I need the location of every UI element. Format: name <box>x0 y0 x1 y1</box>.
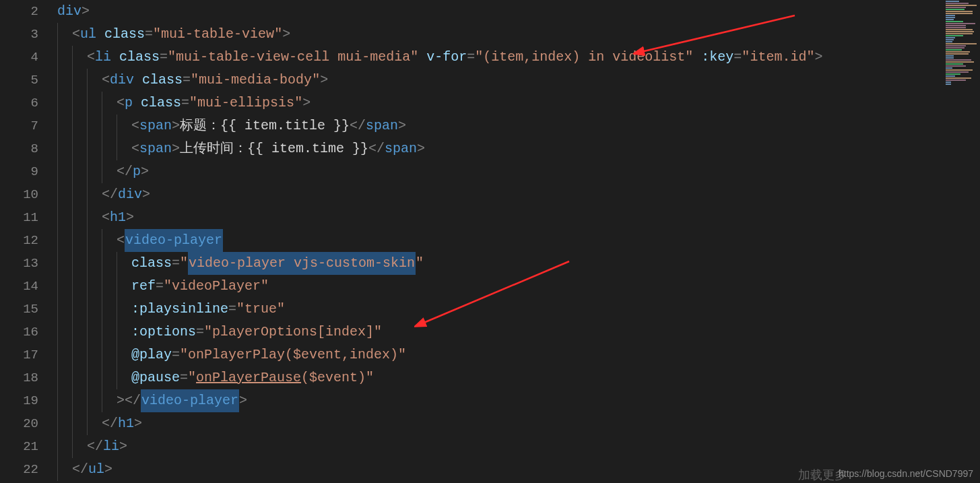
code-line[interactable]: :options="playerOptions[index]" <box>57 321 944 344</box>
val: mui-media-body <box>199 72 312 88</box>
val: true <box>244 301 277 317</box>
val-pause-fn: onPlayerPause <box>196 370 301 385</box>
line-number: 6 <box>0 92 38 115</box>
val-ref: videoPlayer <box>172 278 261 294</box>
code-line[interactable]: @play="onPlayerPlay($event,index)" <box>57 344 944 366</box>
line-number: 18 <box>0 366 38 389</box>
attr: class <box>141 95 181 110</box>
attr-ref: ref <box>131 278 156 294</box>
line-number: 14 <box>0 275 38 298</box>
minimap[interactable] <box>944 0 980 483</box>
code-line[interactable]: ></video-player> <box>57 389 944 412</box>
close-li: li <box>103 439 119 454</box>
tag-li: li <box>95 49 111 65</box>
line-number: 5 <box>0 69 38 92</box>
attr-class: class <box>104 26 145 42</box>
attr: class <box>131 255 172 271</box>
line-number: 4 <box>0 46 38 69</box>
tag-h1: h1 <box>110 210 126 225</box>
line-number: 15 <box>0 298 38 321</box>
code-line[interactable]: </li> <box>57 435 944 458</box>
close-h1: h1 <box>118 416 134 431</box>
attr-vfor: v-for <box>426 49 467 65</box>
code-line[interactable]: class="video-player vjs-custom-skin" <box>57 252 944 275</box>
val-key: item.id <box>750 49 806 65</box>
text-content: 上传时间：{{ item.time }} <box>180 141 368 156</box>
tag-video-player: video-player <box>125 232 222 248</box>
line-number-gutter: 2 3 4 5 6 7 8 9 10 11 12 13 14 15 16 17 … <box>0 0 57 483</box>
line-number: 20 <box>0 412 38 435</box>
code-line[interactable]: <ul class="mui-table-view"> <box>57 23 944 46</box>
val-vfor: (item,index) in videolist <box>483 49 685 65</box>
code-line[interactable]: @pause="onPlayerPause($event)" <box>57 366 944 389</box>
line-number: 2 <box>0 0 38 23</box>
attr: @play <box>131 347 172 362</box>
line-number: 22 <box>0 458 38 481</box>
line-number: 13 <box>0 252 38 275</box>
val: video-player vjs-custom-skin <box>189 255 415 271</box>
code-line[interactable]: ref="videoPlayer" <box>57 275 944 298</box>
highlight: video-player vjs-custom-skin <box>188 252 416 275</box>
attr: @pause <box>131 370 180 385</box>
code-line[interactable]: <div class="mui-media-body"> <box>57 69 944 92</box>
line-number: 3 <box>0 23 38 46</box>
line-number: 10 <box>0 183 38 206</box>
text-content: 标题：{{ item.title }} <box>180 118 350 133</box>
tag-ul: ul <box>80 26 96 42</box>
line-number: 21 <box>0 435 38 458</box>
code-area[interactable]: div> <ul class="mui-table-view"> <li cla… <box>57 0 944 483</box>
punct: > <box>81 3 90 19</box>
val-class: mui-table-view <box>161 26 274 42</box>
attr: :playsinline <box>131 301 228 317</box>
close-ul: ul <box>88 461 104 477</box>
watermark-text: https://blog.csdn.net/CSND7997 <box>839 468 973 479</box>
code-line[interactable]: <h1> <box>57 206 944 229</box>
line-number: 17 <box>0 344 38 366</box>
tag-div: div <box>110 72 134 88</box>
line-number: 8 <box>0 137 38 160</box>
close-p: p <box>133 164 141 179</box>
partial-next-line: 加载更多 <box>115 468 907 483</box>
close-video-player: video-player <box>141 393 238 408</box>
line-number: 11 <box>0 206 38 229</box>
highlight: video-player <box>141 389 239 412</box>
code-line[interactable]: <video-player <box>57 229 944 252</box>
tag-span: span <box>139 118 172 133</box>
code-line[interactable]: <span>标题：{{ item.title }}</span> <box>57 115 944 137</box>
attr: class <box>119 49 160 65</box>
code-line[interactable]: :playsinline="true" <box>57 298 944 321</box>
close-div: div <box>118 187 142 202</box>
attr: class <box>142 72 183 88</box>
code-editor[interactable]: 2 3 4 5 6 7 8 9 10 11 12 13 14 15 16 17 … <box>0 0 944 483</box>
tag-span: span <box>139 141 172 156</box>
code-line[interactable]: <p class="mui-ellipsis"> <box>57 92 944 115</box>
val-pause-args: ($event) <box>301 370 366 385</box>
code-line[interactable]: </div> <box>57 183 944 206</box>
code-line[interactable]: div> <box>57 0 944 23</box>
line-number: 19 <box>0 389 38 412</box>
val-options: playerOptions[index] <box>212 324 374 340</box>
attr-key: :key <box>701 49 733 65</box>
code-line[interactable]: <span>上传时间：{{ item.time }}</span> <box>57 137 944 160</box>
attr-options: :options <box>131 324 196 340</box>
code-line[interactable]: </p> <box>57 160 944 183</box>
tag-p: p <box>125 95 133 110</box>
line-number: 16 <box>0 321 38 344</box>
line-number: 12 <box>0 229 38 252</box>
tag-div: div <box>57 3 81 19</box>
val: mui-ellipsis <box>197 95 294 110</box>
line-number: 9 <box>0 160 38 183</box>
code-line[interactable]: </h1> <box>57 412 944 435</box>
highlight-video-player: video-player <box>125 229 223 252</box>
val: onPlayerPlay($event,index) <box>188 347 398 362</box>
line-number: 7 <box>0 115 38 137</box>
val: mui-table-view-cell mui-media <box>176 49 410 65</box>
code-line[interactable]: <li class="mui-table-view-cell mui-media… <box>57 46 944 69</box>
